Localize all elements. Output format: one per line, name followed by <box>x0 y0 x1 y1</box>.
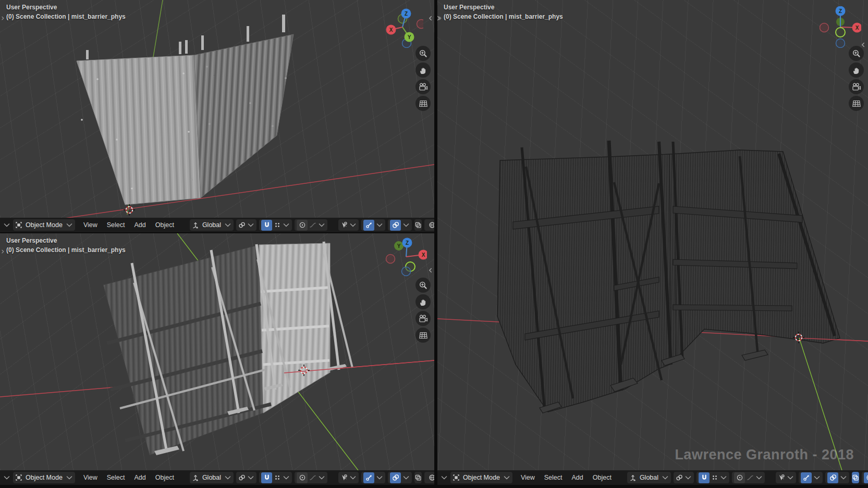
proportional-edit-toggle[interactable] <box>297 220 308 231</box>
gizmo-neg-y[interactable] <box>836 28 845 37</box>
visibility-dropdown[interactable] <box>338 472 359 483</box>
menu-view[interactable]: View <box>79 474 102 481</box>
editor-type-button[interactable] <box>441 472 448 483</box>
chevron-left-icon <box>860 41 866 48</box>
zoom-button[interactable] <box>415 278 431 293</box>
visibility-dropdown[interactable] <box>776 472 796 483</box>
xray-toggle[interactable] <box>414 472 422 483</box>
region-split-toggles <box>427 14 442 22</box>
window-edge <box>437 485 868 488</box>
pan-button[interactable] <box>415 62 431 78</box>
snap-target-icon <box>274 474 281 481</box>
pivot-dropdown[interactable] <box>236 219 256 231</box>
menu-object[interactable]: Object <box>151 221 179 229</box>
overlays-icon <box>392 474 399 481</box>
orientation-dropdown[interactable]: Global <box>190 472 234 483</box>
pivot-icon <box>238 474 246 481</box>
camera-view-button[interactable] <box>415 311 431 326</box>
zoom-icon <box>418 48 429 59</box>
shading-wireframe-button[interactable] <box>426 220 434 231</box>
perspective-toggle-button[interactable] <box>849 96 864 111</box>
navigation-gizmo[interactable]: Y Z X <box>385 236 427 278</box>
camera-view-button[interactable] <box>415 79 431 94</box>
viewport-bottom-left: User Perspective (0) Scene Collection | … <box>0 233 434 488</box>
menu-object[interactable]: Object <box>151 474 179 481</box>
snap-toggle[interactable] <box>261 472 272 483</box>
zoom-button[interactable] <box>415 46 431 61</box>
gizmo-neg-x[interactable] <box>386 255 395 264</box>
mode-label: Object Mode <box>24 474 64 481</box>
mode-dropdown[interactable]: Object Mode <box>13 472 75 483</box>
overlays-group <box>388 219 412 231</box>
collapse-left-arrow[interactable] <box>860 41 866 49</box>
shading-wireframe-button[interactable] <box>864 472 868 483</box>
menu-object[interactable]: Object <box>588 474 616 481</box>
menu-select[interactable]: Select <box>102 474 130 481</box>
editor-type-button[interactable] <box>3 219 10 231</box>
menu-add[interactable]: Add <box>130 474 151 481</box>
editor-type-button[interactable] <box>3 472 10 483</box>
gizmo-neg-x[interactable] <box>417 20 424 29</box>
show-gizmo-toggle[interactable] <box>801 472 812 483</box>
expand-right-arrow[interactable] <box>435 14 442 22</box>
show-overlays-toggle[interactable] <box>390 220 401 231</box>
barrier-panel-back-dark[interactable] <box>103 245 263 455</box>
overlays-icon <box>829 474 837 481</box>
pivot-dropdown[interactable] <box>674 472 694 483</box>
navigation-gizmo[interactable]: Z X Y <box>382 6 423 48</box>
snap-toggle[interactable] <box>261 220 272 231</box>
proportional-edit-toggle[interactable] <box>734 472 745 483</box>
mode-dropdown[interactable]: Object Mode <box>13 219 75 231</box>
collapse-left-arrow[interactable] <box>427 14 434 22</box>
menu-view[interactable]: View <box>79 221 102 229</box>
pivot-dropdown[interactable] <box>236 472 256 483</box>
pan-button[interactable] <box>849 62 864 78</box>
orientation-icon <box>192 474 199 481</box>
show-gizmo-toggle[interactable] <box>363 472 374 483</box>
perspective-toggle-button[interactable] <box>415 328 431 343</box>
snap-toggle[interactable] <box>699 472 710 483</box>
menu-add[interactable]: Add <box>130 221 151 229</box>
3d-viewport-canvas[interactable] <box>0 233 434 470</box>
svg-text:Z: Z <box>405 11 408 17</box>
proportional-edit-toggle[interactable] <box>297 472 308 483</box>
show-overlays-toggle[interactable] <box>390 472 401 483</box>
menu-view[interactable]: View <box>516 474 540 481</box>
sidebar-toggle[interactable] <box>0 14 5 23</box>
navigation-gizmo[interactable]: Z X <box>820 6 861 48</box>
sidebar-toggle[interactable] <box>0 247 5 256</box>
scene-solid-back <box>0 233 434 470</box>
camera-view-button[interactable] <box>849 79 864 94</box>
chevron-down-icon <box>283 221 290 229</box>
viewport-top-left: User Perspective (0) Scene Collection | … <box>0 0 434 232</box>
chevron-down-icon <box>684 474 692 481</box>
gizmo-neg-z[interactable] <box>836 39 845 48</box>
orientation-icon <box>629 474 637 481</box>
barrier-panel-right[interactable] <box>194 34 294 198</box>
xray-toggle[interactable] <box>852 472 859 483</box>
perspective-toggle-button[interactable] <box>415 96 431 111</box>
menu-add[interactable]: Add <box>567 474 588 481</box>
svg-text:X: X <box>422 252 425 258</box>
scene-wireframe <box>437 0 868 470</box>
orientation-dropdown[interactable]: Global <box>190 219 234 231</box>
chevron-right-icon <box>435 15 442 22</box>
3d-viewport-canvas[interactable]: Lawrence Granroth - 2018 <box>437 0 868 470</box>
barrier-panel-left[interactable] <box>77 55 201 205</box>
gizmo-neg-x[interactable] <box>820 23 829 32</box>
xray-toggle[interactable] <box>414 219 422 231</box>
show-gizmo-toggle[interactable] <box>363 220 374 231</box>
collapse-left-arrow[interactable] <box>427 266 434 274</box>
show-overlays-toggle[interactable] <box>827 472 838 483</box>
3d-viewport-canvas[interactable] <box>0 0 434 218</box>
gizmo-neg-z[interactable] <box>402 267 411 276</box>
menu-select[interactable]: Select <box>540 474 567 481</box>
window-edge <box>0 485 434 488</box>
mode-dropdown[interactable]: Object Mode <box>450 472 512 483</box>
shading-wireframe-button[interactable] <box>426 472 434 483</box>
orientation-dropdown[interactable]: Global <box>627 472 671 483</box>
menu-select[interactable]: Select <box>102 221 130 229</box>
visibility-dropdown[interactable] <box>338 219 359 231</box>
pan-button[interactable] <box>415 294 431 309</box>
gizmo-arrow-icon <box>365 474 373 481</box>
